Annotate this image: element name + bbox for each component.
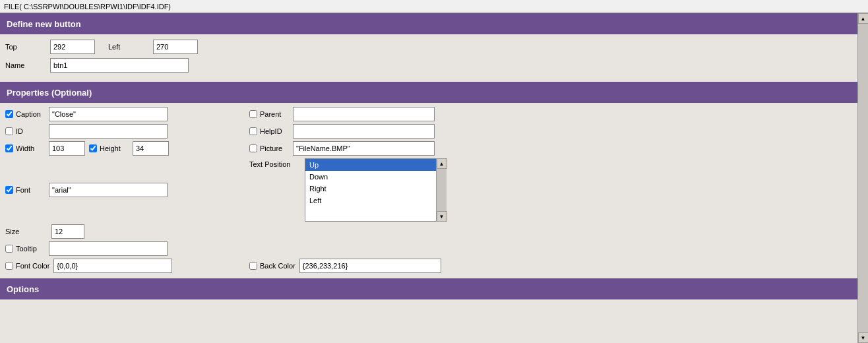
name-input[interactable] [50,58,189,73]
tooltip-right-placeholder [249,241,855,259]
scroll-track [858,24,868,332]
id-checkbox-label[interactable]: ID [5,127,45,135]
helpid-checkbox[interactable] [249,127,257,135]
text-position-label: Text Position [249,158,301,168]
picture-checkbox[interactable] [249,144,257,152]
dropdown-scrollbar[interactable]: ▲ ▼ [436,158,447,222]
dropdown-item-left[interactable]: Left [305,195,446,206]
caption-checkbox-label[interactable]: Caption [5,110,45,118]
dropdown-scroll-down[interactable]: ▼ [437,211,447,222]
back-color-input[interactable] [299,259,441,273]
define-section: Define new button Top Left Name [0,13,868,82]
height-checkbox[interactable] [89,144,97,152]
height-checkbox-label[interactable]: Height [89,144,129,152]
properties-section: Properties (Optional) Caption Parent [0,82,868,278]
font-color-checkbox-label[interactable]: Font Color [5,262,49,270]
caption-input[interactable] [49,107,168,121]
font-checkbox[interactable] [5,186,13,194]
parent-input[interactable] [293,107,435,121]
size-right-placeholder [249,224,855,241]
size-label: Size [5,228,47,235]
helpid-input[interactable] [293,124,435,139]
caption-checkbox[interactable] [5,110,13,118]
width-picture-row: Width Height Picture [5,141,855,158]
tooltip-input[interactable] [49,241,168,256]
width-checkbox[interactable] [5,144,13,152]
text-position-list[interactable]: Up Down Right Left [305,158,447,222]
width-input[interactable] [49,141,85,156]
id-row: ID [5,124,249,139]
top-label: Top [5,43,45,51]
picture-row: Picture [249,141,855,156]
font-color-row: Font Color [5,259,249,273]
font-textposition-row: Font Text Position Up Down Right Left [5,158,855,224]
define-content: Top Left Name [0,34,868,82]
tooltip-checkbox[interactable] [5,245,13,253]
parent-row: Parent [249,107,855,121]
helpid-checkbox-label[interactable]: HelpID [249,127,289,135]
fontcolor-backcolor-row: Font Color Back Color [5,259,855,276]
width-height-row: Width Height [5,141,249,156]
dropdown-scroll-track [437,169,447,211]
tooltip-checkbox-label[interactable]: Tooltip [5,245,45,253]
parent-checkbox-label[interactable]: Parent [249,110,289,118]
size-input[interactable] [51,224,84,239]
back-color-row: Back Color [249,259,855,273]
dropdown-item-down[interactable]: Down [305,171,446,183]
top-input[interactable] [50,40,95,54]
dropdown-item-up[interactable]: Up [305,159,446,171]
size-row-container: Size [5,224,855,241]
font-input[interactable] [49,183,168,197]
title-bar: FILE( C:\SSRPWI\DOUBLES\RPWI1\IDF\IDF4.I… [0,0,868,13]
left-input[interactable] [153,40,198,54]
caption-parent-row: Caption Parent [5,107,855,124]
picture-checkbox-label[interactable]: Picture [249,144,289,152]
text-position-dropdown[interactable]: Up Down Right Left ▲ ▼ [305,158,447,222]
title-text: FILE( C:\SSRPWI\DOUBLES\RPWI1\IDF\IDF4.I… [4,3,171,11]
scroll-up-button[interactable]: ▲ [858,13,869,24]
properties-header: Properties (Optional) [0,82,868,103]
size-row: Size [5,224,249,239]
options-header: Options [0,278,868,299]
scroll-down-button[interactable]: ▼ [858,332,869,343]
font-color-input[interactable] [53,259,172,273]
back-color-checkbox-label[interactable]: Back Color [249,262,295,270]
main-scrollbar[interactable]: ▲ ▼ [857,13,868,343]
caption-row: Caption [5,107,249,121]
top-left-row: Top Left [5,40,855,54]
options-section: Options [0,278,868,299]
dropdown-scroll-up[interactable]: ▲ [437,158,447,169]
tooltip-row-container: Tooltip [5,241,855,259]
font-checkbox-label[interactable]: Font [5,186,45,194]
name-label: Name [5,61,45,69]
helpid-row: HelpID [249,124,855,139]
left-label: Left [108,43,148,51]
id-helpid-row: ID HelpID [5,124,855,141]
width-checkbox-label[interactable]: Width [5,144,45,152]
dropdown-item-right[interactable]: Right [305,183,446,195]
main-container: ▲ ▼ Define new button Top Left Name Prop… [0,13,868,343]
back-color-checkbox[interactable] [249,262,257,270]
font-color-checkbox[interactable] [5,262,13,270]
define-header: Define new button [0,13,868,34]
id-checkbox[interactable] [5,127,13,135]
parent-checkbox[interactable] [249,110,257,118]
id-input[interactable] [49,124,168,139]
picture-input[interactable] [293,141,435,156]
tooltip-row: Tooltip [5,241,249,256]
height-input[interactable] [133,141,169,156]
name-row: Name [5,58,855,73]
font-row: Font [5,158,249,222]
properties-content: Caption Parent ID [0,103,868,278]
text-position-row: Text Position Up Down Right Left ▲ ▼ [249,158,855,222]
